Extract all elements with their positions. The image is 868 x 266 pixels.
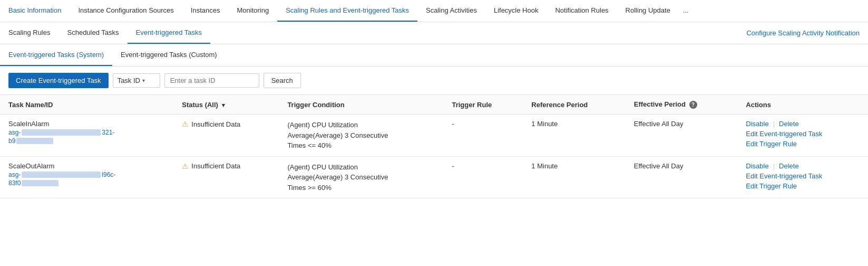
warning-icon-2: ⚠ xyxy=(182,162,189,170)
task-id-blurred-1b xyxy=(16,138,53,144)
sub-tab-scheduled-tasks[interactable]: Scheduled Tasks xyxy=(59,22,128,44)
task-id-2: asg- l96c- xyxy=(8,171,165,178)
trigger-condition-cell-1: (Agent) CPU Utilization Average(Average)… xyxy=(279,115,443,157)
delete-link-2[interactable]: Delete xyxy=(779,162,799,170)
actions-cell-1: Disable | Delete Edit Event-triggered Ta… xyxy=(737,115,868,157)
sub-tab-scaling-rules[interactable]: Scaling Rules xyxy=(0,22,59,44)
trigger-line1-2: (Agent) CPU Utilization xyxy=(287,162,435,173)
col-header-name: Task Name/ID xyxy=(0,95,173,115)
trigger-rule-cell-2: - xyxy=(443,156,523,198)
disable-link-1[interactable]: Disable xyxy=(746,120,768,128)
task-id-2-line2: 83f0 xyxy=(8,179,165,187)
eff-period-cell-2: Effective All Day xyxy=(626,156,738,198)
more-tabs-button[interactable]: ... xyxy=(679,0,693,22)
filter-dropdown[interactable]: Task ID ▾ xyxy=(113,73,160,88)
task-id-suffix-1: 321- xyxy=(102,129,114,136)
task-name-cell: ScaleInAlarm asg- 321- b9 xyxy=(0,115,173,157)
configure-link-container: Configure Scaling Activity Notification xyxy=(746,29,868,37)
action-row-2-top: Disable | Delete xyxy=(746,162,860,170)
col-header-eff-period: Effective Period ? xyxy=(626,95,738,115)
ref-period-cell-2: 1 Minute xyxy=(523,156,625,198)
sub-tab-event-triggered[interactable]: Event-triggered Tasks xyxy=(128,22,211,44)
tab-lifecycle-hook[interactable]: Lifecycle Hook xyxy=(485,0,547,22)
task-id-suffix-2: l96c- xyxy=(102,171,115,178)
task-id-prefix-1: asg- xyxy=(8,129,21,136)
col-header-rule: Trigger Rule xyxy=(443,95,523,115)
task-status-cell-2: ⚠ Insufficient Data xyxy=(173,156,279,198)
task-name-2: ScaleOutAlarm xyxy=(8,162,165,170)
status-text-1: Insufficient Data xyxy=(191,120,240,128)
inner-tab-custom[interactable]: Event-triggered Tasks (Custom) xyxy=(112,44,226,66)
col-header-actions: Actions xyxy=(737,95,868,115)
delete-link-1[interactable]: Delete xyxy=(779,120,799,128)
trigger-condition-1: (Agent) CPU Utilization Average(Average)… xyxy=(287,120,435,151)
inner-nav: Event-triggered Tasks (System) Event-tri… xyxy=(0,44,868,66)
tab-rolling-update[interactable]: Rolling Update xyxy=(617,0,679,22)
sub-nav: Scaling Rules Scheduled Tasks Event-trig… xyxy=(0,22,868,44)
edit-rule-link-2[interactable]: Edit Trigger Rule xyxy=(746,182,797,190)
table-header-row: Task Name/ID Status (All) ▾ Trigger Cond… xyxy=(0,95,868,115)
toolbar: Create Event-triggered Task Task ID ▾ Se… xyxy=(0,66,868,94)
task-id-input[interactable] xyxy=(164,73,259,88)
trigger-rule-cell-1: - xyxy=(443,115,523,157)
trigger-rule-2: - xyxy=(452,162,454,170)
disable-link-2[interactable]: Disable xyxy=(746,162,768,170)
task-id-blurred-2 xyxy=(22,172,101,178)
col-header-ref-period: Reference Period xyxy=(523,95,625,115)
task-name-1: ScaleInAlarm xyxy=(8,120,165,128)
task-name-cell-2: ScaleOutAlarm asg- l96c- 83f0 xyxy=(0,156,173,198)
top-nav: Basic Information Instance Configuration… xyxy=(0,0,868,22)
search-button[interactable]: Search xyxy=(264,73,301,88)
task-id-1-line2: b9 xyxy=(8,137,165,145)
trigger-rule-1: - xyxy=(452,120,454,128)
configure-scaling-link[interactable]: Configure Scaling Activity Notification xyxy=(746,29,860,37)
task-id-blurred-2b xyxy=(22,180,58,186)
create-task-button[interactable]: Create Event-triggered Task xyxy=(8,73,109,88)
eff-period-1: Effective All Day xyxy=(634,120,684,128)
col-header-status[interactable]: Status (All) ▾ xyxy=(173,95,279,115)
edit-task-link-2[interactable]: Edit Event-triggered Task xyxy=(746,172,822,180)
tab-monitoring[interactable]: Monitoring xyxy=(228,0,277,22)
actions-cell-2: Disable | Delete Edit Event-triggered Ta… xyxy=(737,156,868,198)
trigger-condition-cell-2: (Agent) CPU Utilization Average(Average)… xyxy=(279,156,443,198)
eff-period-2: Effective All Day xyxy=(634,162,684,170)
tasks-table-container: Task Name/ID Status (All) ▾ Trigger Cond… xyxy=(0,94,868,198)
ref-period-1: 1 Minute xyxy=(531,120,558,128)
task-id-line2-prefix-1: b9 xyxy=(8,137,15,145)
task-status-cell-1: ⚠ Insufficient Data xyxy=(173,115,279,157)
inner-tab-system[interactable]: Event-triggered Tasks (System) xyxy=(0,44,112,66)
trigger-line1-1: (Agent) CPU Utilization xyxy=(287,120,435,130)
tasks-table: Task Name/ID Status (All) ▾ Trigger Cond… xyxy=(0,94,868,198)
warning-icon-1: ⚠ xyxy=(182,120,189,128)
ref-period-cell-1: 1 Minute xyxy=(523,115,625,157)
tab-instances[interactable]: Instances xyxy=(182,0,229,22)
tab-notification-rules[interactable]: Notification Rules xyxy=(547,0,617,22)
tab-scaling-rules[interactable]: Scaling Rules and Event-triggered Tasks xyxy=(277,0,417,22)
divider-1a: | xyxy=(773,120,775,128)
actions-1: Disable | Delete Edit Event-triggered Ta… xyxy=(746,120,860,148)
edit-task-link-1[interactable]: Edit Event-triggered Task xyxy=(746,130,822,138)
task-id-blurred-1 xyxy=(22,129,101,136)
action-row-1-top: Disable | Delete xyxy=(746,120,860,128)
action-row-2-mid: Edit Event-triggered Task xyxy=(746,172,860,180)
edit-rule-link-1[interactable]: Edit Trigger Rule xyxy=(746,140,797,148)
ref-period-2: 1 Minute xyxy=(531,162,558,170)
status-text-2: Insufficient Data xyxy=(191,162,240,170)
tab-scaling-activities[interactable]: Scaling Activities xyxy=(417,0,485,22)
divider-2a: | xyxy=(773,162,775,170)
action-row-1-mid: Edit Event-triggered Task xyxy=(746,130,860,138)
tab-instance-config[interactable]: Instance Configuration Sources xyxy=(70,0,182,22)
filter-icon: ▾ xyxy=(222,102,225,108)
trigger-line3-1: Times <= 40% xyxy=(287,140,435,151)
eff-period-cell-1: Effective All Day xyxy=(626,115,738,157)
help-icon[interactable]: ? xyxy=(689,101,697,109)
tab-basic-info[interactable]: Basic Information xyxy=(0,0,70,22)
trigger-line2-1: Average(Average) 3 Consecutive xyxy=(287,130,435,141)
trigger-line2-2: Average(Average) 3 Consecutive xyxy=(287,172,435,183)
col-header-trigger: Trigger Condition xyxy=(279,95,443,115)
trigger-line3-2: Times >= 60% xyxy=(287,183,435,193)
action-row-1-bot: Edit Trigger Rule xyxy=(746,140,860,148)
task-id-line2-prefix-2: 83f0 xyxy=(8,179,21,187)
task-id-1: asg- 321- xyxy=(8,129,165,136)
trigger-condition-2: (Agent) CPU Utilization Average(Average)… xyxy=(287,162,435,193)
